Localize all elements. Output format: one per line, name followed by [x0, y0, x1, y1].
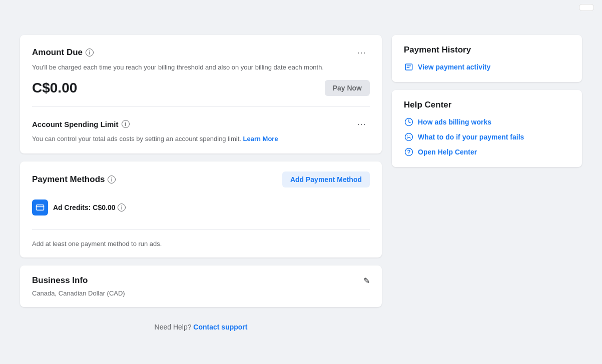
open-help-center-link[interactable]: Open Help Center [404, 147, 570, 157]
payment-fails-icon [404, 132, 414, 142]
help-center-card: Help Center How ads billing works [392, 90, 582, 167]
view-payment-activity-link[interactable]: View payment activity [404, 62, 570, 72]
payment-methods-info-icon[interactable]: i [108, 176, 116, 184]
payment-methods-card: Payment Methods i Add Payment Method Ad … [20, 162, 382, 258]
payment-history-card: Payment History View payment activity [392, 35, 582, 82]
business-location: Canada, Canadian Dollar (CAD) [32, 290, 370, 297]
pay-now-button[interactable]: Pay Now [325, 80, 370, 96]
help-footer: Need Help? Contact support [20, 315, 382, 339]
contact-support-link[interactable]: Contact support [193, 323, 247, 331]
business-info-card: Business Info ✎ Canada, Canadian Dollar … [20, 266, 382, 307]
business-info-header: Business Info ✎ [32, 276, 370, 286]
help-center-title: Help Center [404, 100, 570, 110]
amount-due-description: You'll be charged each time you reach yo… [32, 63, 370, 72]
view-payment-activity-label: View payment activity [418, 63, 490, 71]
how-ads-billing-works-link[interactable]: How ads billing works [404, 117, 570, 127]
top-bar [0, 0, 602, 15]
payment-fails-link[interactable]: What to do if your payment fails [404, 132, 570, 142]
spending-limit-more-icon[interactable]: ⋯ [353, 116, 370, 132]
ad-credits-text: Ad Credits: C$0.00 [53, 204, 115, 212]
learn-more-link[interactable]: Learn More [243, 135, 278, 142]
add-payment-method-button[interactable]: Add Payment Method [282, 172, 370, 188]
add-payment-note: Add at least one payment method to run a… [32, 240, 370, 248]
amount-due-label: Amount Due [32, 48, 83, 58]
spending-limit-label: Account Spending Limit [32, 120, 119, 128]
main-column: Amount Due i ⋯ You'll be charged each ti… [20, 35, 382, 339]
spending-limit-description: You can control your total ads costs by … [32, 134, 370, 144]
spending-desc-text: You can control your total ads costs by … [32, 135, 241, 142]
business-info-title: Business Info [32, 276, 88, 286]
help-text: Need Help? [155, 323, 192, 331]
spending-limit-header: Account Spending Limit i ⋯ [32, 116, 370, 132]
side-column: Payment History View payment activity He… [392, 35, 582, 339]
spending-limit-info-icon[interactable]: i [122, 120, 130, 128]
svg-rect-0 [37, 205, 44, 210]
ad-credits-icon [32, 200, 48, 216]
billing-icon [404, 117, 414, 127]
amount-value: C$0.00 [32, 80, 77, 96]
ad-credits-row: Ad Credits: C$0.00 i [32, 196, 370, 220]
amount-due-info-icon[interactable]: i [86, 48, 94, 56]
divider [32, 106, 370, 106]
amount-display: C$0.00 Pay Now [32, 80, 370, 96]
payment-methods-header: Payment Methods i Add Payment Method [32, 172, 370, 188]
open-help-center-label: Open Help Center [418, 148, 477, 156]
ad-credits-info-icon[interactable]: i [118, 204, 126, 212]
payment-fails-label: What to do if your payment fails [418, 133, 524, 141]
help-center-icon [404, 147, 414, 157]
top-bar-button[interactable] [579, 4, 594, 11]
amount-due-card: Amount Due i ⋯ You'll be charged each ti… [20, 35, 382, 154]
payment-activity-icon [404, 62, 414, 72]
business-info-edit-icon[interactable]: ✎ [363, 276, 370, 286]
payment-history-title: Payment History [404, 45, 570, 55]
amount-due-more-icon[interactable]: ⋯ [353, 45, 370, 60]
ad-credits-label: Ad Credits: C$0.00 i [53, 204, 126, 212]
payment-methods-title: Payment Methods i [32, 174, 116, 184]
how-ads-billing-label: How ads billing works [418, 118, 491, 126]
payment-divider [32, 230, 370, 230]
payment-methods-label: Payment Methods [32, 174, 105, 184]
spending-limit-title: Account Spending Limit i [32, 120, 130, 128]
amount-due-title: Amount Due i [32, 48, 94, 58]
